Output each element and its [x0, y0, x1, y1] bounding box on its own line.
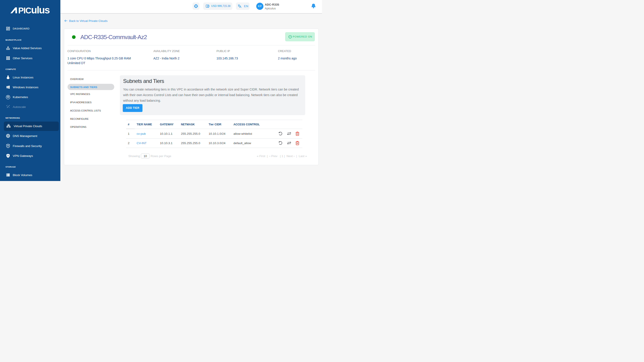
svg-text:PIC: PIC: [18, 6, 31, 14]
svg-text:ulus: ulus: [31, 5, 50, 14]
